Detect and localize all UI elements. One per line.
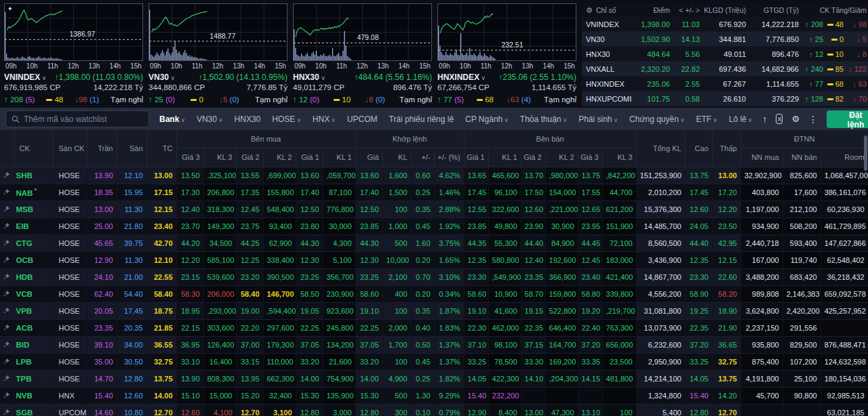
col-header-gia2-ban[interactable]: Giá 2	[521, 148, 545, 167]
col-header-san[interactable]: Sàn	[117, 130, 146, 167]
pin-icon[interactable]	[0, 268, 14, 285]
col-header-gia1-mua[interactable]: Giá 1	[296, 148, 323, 167]
tab-upcom[interactable]: UPCOM	[347, 115, 378, 124]
ticker-symbol[interactable]: MSB	[14, 201, 53, 217]
pin-icon[interactable]	[0, 302, 14, 319]
tab-hnx30[interactable]: HNX30	[235, 115, 261, 124]
ticker-symbol[interactable]: VPB	[14, 302, 53, 319]
board-row-shb[interactable]: SHBHOSE13.9012.1013.0013.50,325,10013.55…	[0, 167, 868, 184]
change-col-header[interactable]: < +/- >	[670, 6, 700, 14]
board-row-msb[interactable]: MSBHOSE13.0011.3012.1512.40318,30012.455…	[0, 201, 868, 217]
tab-hnx[interactable]: HNX ∨	[313, 115, 336, 124]
pin-icon[interactable]	[0, 251, 14, 268]
index-row-hnxindex[interactable]: HNXINDEX235.062.5567.2671,114.655↑ 7768↓…	[582, 77, 868, 91]
ticker-symbol[interactable]: SGB	[14, 404, 53, 416]
index-row-vnxall[interactable]: VNXALL2,320.2022.82697.43614,682.966↑ 24…	[582, 62, 868, 77]
pin-icon[interactable]	[0, 201, 14, 217]
tab-vn30[interactable]: VN30 ∨	[197, 115, 223, 124]
board-row-hdb[interactable]: HDBHOSE24.1021.0022.5523.15539,60023.203…	[0, 268, 868, 285]
pin-icon[interactable]	[0, 404, 14, 416]
pin-icon[interactable]	[0, 336, 14, 353]
pin-icon[interactable]	[0, 319, 14, 336]
index-row-vnindex[interactable]: VNINDEX1,398.0011.03676.92014,222.218↑ 2…	[582, 17, 868, 32]
col-header-tc[interactable]: TC	[146, 130, 176, 167]
next-page-icon[interactable]: >	[694, 6, 700, 14]
col-header-gia1-ban[interactable]: Giá 1	[464, 148, 488, 167]
col-header-gia2-mua[interactable]: Giá 2	[236, 148, 263, 167]
col-header-ck[interactable]: CK	[14, 130, 53, 167]
col-header-gia3-ban[interactable]: Giá 3	[578, 148, 602, 167]
board-row-eib[interactable]: EIBHOSE25.0021.8023.4023.70149,30023.759…	[0, 217, 868, 234]
ticker-symbol[interactable]: CTG	[14, 234, 53, 251]
col-header-tran[interactable]: Trần	[87, 130, 117, 167]
index-symbol-dropdown[interactable]: VNINDEX ∨	[4, 72, 46, 82]
col-header-gia3-mua[interactable]: Giá 3	[176, 148, 203, 167]
col-header-chg[interactable]: +/-	[411, 148, 434, 167]
pin-icon[interactable]	[0, 285, 14, 302]
tab-bank[interactable]: Bank ∨	[159, 115, 185, 124]
chart-plot[interactable]: 1386.97✦	[4, 3, 143, 61]
index-symbol-dropdown[interactable]: HNX30 ∨	[293, 72, 326, 82]
board-row-tpb[interactable]: TPBHOSE14.7012.8013.7513.90808,30013.956…	[0, 370, 868, 387]
tab-trai-phieu-rieng-le[interactable]: Trái phiếu riêng lẻ	[389, 115, 454, 124]
ticker-symbol[interactable]: NVB	[14, 387, 53, 404]
chart-plot[interactable]: 232.51	[437, 3, 576, 61]
col-header-thap[interactable]: Thấp	[712, 130, 741, 167]
col-header-kl3-ban[interactable]: KL 3	[602, 148, 636, 167]
col-header-kl2-mua[interactable]: KL 2	[263, 148, 296, 167]
tab-hose[interactable]: HOSE ∨	[272, 115, 301, 124]
pin-icon[interactable]	[0, 234, 14, 251]
board-row-ctg[interactable]: CTGHOSE45.6539.7542.7044.2034,50044.2562…	[0, 234, 868, 251]
tab-phai-sinh[interactable]: Phái sinh ∨	[578, 115, 618, 124]
ticker-symbol[interactable]: LPB	[14, 353, 53, 370]
kebab-menu-icon[interactable]: ⋮	[808, 114, 818, 125]
settings-gear-icon[interactable]: ⚙	[791, 114, 800, 124]
index-row-vn30[interactable]: VN301,502.9014.13344.8817,776.850↑ 250↓ …	[582, 32, 868, 47]
pin-icon[interactable]	[0, 184, 14, 201]
board-row-bid[interactable]: BIDHOSE39.1034.0036.5536.95126,40037.001…	[0, 336, 868, 353]
scrollbar-thumb[interactable]	[864, 136, 867, 171]
pin-icon[interactable]	[0, 353, 14, 370]
board-row-ocb[interactable]: OCBHOSE12.9011.3012.1012.20585,10012.253…	[0, 251, 868, 268]
col-header-kl1-mua[interactable]: KL 1	[323, 148, 355, 167]
pin-icon[interactable]	[0, 370, 14, 387]
board-row-nvb[interactable]: NVBHNX15.4012.6014.0015.1015,00015.2032,…	[0, 387, 868, 404]
ticker-symbol[interactable]: EIB	[14, 217, 53, 234]
index-symbol-dropdown[interactable]: VN30 ∨	[149, 72, 175, 82]
tab-cp-nganh[interactable]: CP Ngành ∨	[465, 115, 509, 124]
search-box[interactable]	[5, 110, 149, 127]
col-header-tong-kl[interactable]: Tổng KL	[636, 130, 685, 167]
col-header-nn-mua[interactable]: NN mua	[741, 148, 783, 167]
col-header-kl3-mua[interactable]: KL 3	[203, 148, 236, 167]
col-header-nn-ban[interactable]: NN bán	[783, 148, 821, 167]
index-row-hnx30[interactable]: HNX30484.645.5649.011896.476↑ 1210↓ 8	[582, 47, 868, 62]
col-header-gia-khop[interactable]: Giá	[355, 148, 382, 167]
chart-plot[interactable]: 479.08	[293, 3, 432, 61]
tab-thoa-thuan[interactable]: Thỏa thuận ∨	[520, 115, 567, 124]
tab-lo-le[interactable]: Lô lẻ ∨	[729, 115, 753, 124]
col-header-kl2-ban[interactable]: KL 2	[545, 148, 578, 167]
arrow-up-icon[interactable]: ↑	[762, 114, 767, 125]
ticker-symbol[interactable]: SHB	[14, 167, 53, 184]
board-row-sgb[interactable]: SGBUPCOM14.6010.8012.7012.604,10012.703,…	[0, 404, 868, 416]
place-order-button[interactable]: Đặt lệnh	[827, 110, 868, 128]
board-row-acb[interactable]: ACBHOSE23.3520.3521.8522.15303,60022.202…	[0, 319, 868, 336]
col-header-kl1-ban[interactable]: KL 1	[488, 148, 521, 167]
ticker-symbol[interactable]: HDB	[14, 268, 53, 285]
pin-icon[interactable]	[0, 217, 14, 234]
board-row-vcb[interactable]: VCBHOSE62.4054.4058.4058.30206,00058.401…	[0, 285, 868, 302]
col-header-kl-khop[interactable]: KL	[382, 148, 411, 167]
excel-export-icon[interactable]: X	[776, 114, 783, 124]
index-row-hnxupcomindex[interactable]: HNXUPCOMINDEX101.750.5826.610376.229↑ 12…	[582, 91, 868, 106]
ticker-symbol[interactable]: VCB	[14, 285, 53, 302]
col-header-room[interactable]: Room	[821, 148, 868, 167]
chart-plot[interactable]: 1488.77	[149, 3, 288, 61]
pin-icon[interactable]	[0, 167, 14, 184]
ticker-symbol[interactable]: BID	[14, 336, 53, 353]
board-row-lpb[interactable]: LPBHOSE35.0030.5032.7533.1016,40033.1511…	[0, 353, 868, 370]
ticker-symbol[interactable]: ACB	[14, 319, 53, 336]
board-row-vpb[interactable]: VPBHOSE20.0517.4518.7518.95,293,00019.00…	[0, 302, 868, 319]
col-header-cao[interactable]: Cao	[685, 130, 712, 167]
ticker-symbol[interactable]: NAB °	[14, 184, 53, 201]
board-row-nab[interactable]: NAB °HOSE18.3515.9517.1517.30206,80017.3…	[0, 184, 868, 201]
